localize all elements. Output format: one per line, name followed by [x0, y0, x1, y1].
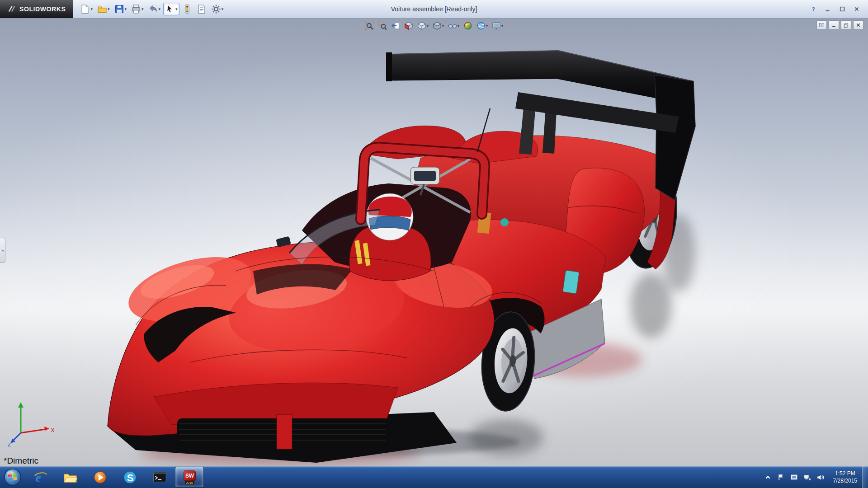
tray-clock[interactable]: 1:52 PM 7/28/2015: [829, 470, 862, 484]
action-center-button[interactable]: [777, 473, 786, 482]
graphics-viewport[interactable]: ▾▾▾▾▾ ◂: [0, 18, 868, 466]
zoom-to-area-icon: [378, 21, 387, 30]
dropdown-caret-icon[interactable]: ▾: [442, 24, 444, 28]
car-model[interactable]: [0, 18, 868, 466]
options-button[interactable]: ▾: [209, 3, 226, 15]
close-button[interactable]: [851, 5, 863, 14]
zoom-to-area-button[interactable]: [377, 20, 388, 31]
remote-window-icon: [790, 474, 798, 481]
solidworks-window: SOLIDWORKS ▾▾▾▾▾▾▾ Voiture assemblee [Re…: [0, 0, 868, 488]
dropdown-caret-icon[interactable]: ▾: [501, 24, 503, 28]
media-player-button[interactable]: [85, 467, 114, 488]
hidden-icons-button[interactable]: [764, 473, 773, 482]
apply-scene-button[interactable]: ▾: [476, 20, 489, 31]
file-properties-icon: [197, 4, 207, 14]
task-pane-collapse-tab[interactable]: ◂: [0, 238, 5, 263]
view-settings-button[interactable]: ▾: [491, 20, 504, 31]
dropdown-caret-icon[interactable]: ▾: [222, 7, 224, 11]
view-orientation-button[interactable]: ▾: [416, 20, 429, 31]
dropdown-caret-icon[interactable]: ▾: [142, 7, 144, 11]
display-style-button[interactable]: ▾: [432, 20, 445, 31]
minimize-button[interactable]: [822, 5, 834, 14]
svg-text:2015: 2015: [186, 481, 193, 484]
apply-scene-icon: [476, 21, 486, 30]
doc-panels-button[interactable]: [816, 20, 827, 30]
windows-explorer-button[interactable]: [56, 467, 85, 488]
file-properties-button[interactable]: [195, 3, 208, 15]
print-icon: [131, 4, 141, 14]
open-button[interactable]: ▾: [95, 3, 112, 15]
svg-text:SW: SW: [185, 473, 194, 479]
doc-restore-button[interactable]: [841, 20, 851, 30]
doc-panels-icon: [819, 22, 825, 28]
network-icon: [803, 474, 811, 481]
volume-button[interactable]: [816, 473, 825, 482]
select-button[interactable]: ▾: [163, 3, 179, 15]
rebuild-button[interactable]: [180, 3, 194, 15]
x-axis-label: x: [51, 426, 54, 433]
minimize-icon: [825, 6, 831, 12]
windows-start-icon: [3, 468, 22, 487]
edit-appearance-button[interactable]: [462, 20, 473, 31]
dropdown-caret-icon[interactable]: ▾: [486, 24, 488, 28]
internet-explorer-button[interactable]: e: [26, 467, 55, 488]
dropdown-caret-icon[interactable]: ▾: [108, 7, 110, 11]
dropdown-caret-icon[interactable]: ▾: [90, 7, 93, 11]
dropdown-caret-icon[interactable]: ▾: [125, 7, 127, 11]
help-icon: ?: [810, 6, 816, 12]
solidworks-2015-button[interactable]: SW2015: [175, 467, 204, 488]
network-button[interactable]: [803, 473, 812, 482]
hide-show-items-button[interactable]: ▾: [447, 20, 460, 31]
dropdown-caret-icon[interactable]: ▾: [175, 7, 178, 11]
solidworks-logo: SOLIDWORKS: [0, 0, 73, 18]
command-prompt-icon: [152, 470, 167, 485]
open-icon: [97, 4, 107, 14]
svg-text:S: S: [127, 472, 133, 483]
doc-close-button[interactable]: [853, 20, 863, 30]
section-view-icon: [404, 21, 413, 30]
skype-button[interactable]: S: [115, 467, 144, 488]
y-axis-arrow: [18, 402, 24, 408]
skype-icon: S: [123, 470, 137, 485]
command-prompt-button[interactable]: [145, 467, 174, 488]
taskbar: eSSW2015 1:52 PM 7/28/2015: [0, 466, 868, 488]
svg-text:?: ?: [812, 6, 815, 12]
front-bodywork[interactable]: [107, 241, 496, 463]
windows-explorer-icon: [63, 470, 78, 485]
show-desktop-button[interactable]: [862, 466, 868, 488]
options-icon: [211, 4, 221, 14]
headsup-toolbar: ▾▾▾▾▾: [364, 20, 504, 31]
edit-appearance-icon: [463, 21, 472, 30]
save-button[interactable]: ▾: [113, 3, 129, 15]
print-button[interactable]: ▾: [129, 3, 146, 15]
svg-text:e: e: [35, 470, 41, 484]
close-icon: [854, 6, 860, 12]
doc-minimize-button[interactable]: [829, 20, 839, 30]
solidworks-brand-label: SOLIDWORKS: [19, 5, 66, 13]
dropdown-caret-icon[interactable]: ▾: [427, 24, 429, 28]
remote-window-button[interactable]: [790, 473, 799, 482]
titlebar: SOLIDWORKS ▾▾▾▾▾▾▾ Voiture assemblee [Re…: [0, 0, 868, 19]
help-button[interactable]: ?: [807, 5, 819, 14]
doc-minimize-icon: [831, 22, 837, 28]
x-axis-arrow: [44, 427, 49, 431]
orientation-triad: x z: [7, 397, 58, 447]
window-controls: ?: [807, 5, 868, 14]
window-title: Voiture assemblee [Read-only]: [391, 5, 477, 13]
view-settings-icon: [492, 21, 501, 30]
dropdown-caret-icon[interactable]: ▾: [458, 24, 459, 28]
maximize-button[interactable]: [836, 5, 848, 14]
hide-show-items-icon: [448, 21, 457, 30]
section-view-button[interactable]: [403, 20, 414, 31]
new-document-button[interactable]: ▾: [78, 3, 94, 15]
previous-view-button[interactable]: [390, 20, 401, 31]
internet-explorer-icon: e: [33, 470, 48, 485]
zoom-to-fit-button[interactable]: [364, 20, 375, 31]
dropdown-caret-icon[interactable]: ▾: [159, 7, 161, 11]
media-player-icon: [93, 470, 108, 485]
start-button[interactable]: [0, 466, 25, 488]
undo-button[interactable]: ▾: [146, 3, 163, 15]
system-tray: 1:52 PM 7/28/2015: [760, 466, 868, 488]
solidworks-2015-icon: SW2015: [182, 470, 197, 485]
zoom-to-fit-icon: [365, 21, 374, 30]
